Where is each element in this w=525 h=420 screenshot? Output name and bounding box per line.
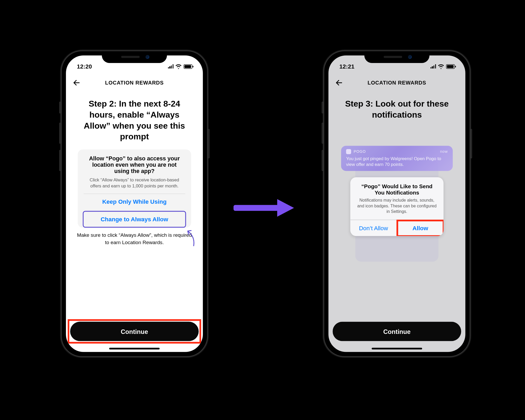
alert-description: Notifications may include alerts, sounds… <box>350 197 443 219</box>
wifi-icon <box>175 64 182 69</box>
svg-rect-6 <box>455 66 456 67</box>
banner-timestamp: now <box>440 150 448 154</box>
page-title: LOCATION REWARDS <box>66 80 203 86</box>
wifi-icon <box>438 64 444 69</box>
mute-switch <box>322 102 323 113</box>
phone-mock-left: 12:20 LOCATION REWARDS Ste <box>61 50 208 357</box>
status-time: 12:20 <box>77 63 92 70</box>
continue-button[interactable]: Continue <box>70 322 199 341</box>
battery-icon <box>446 64 456 69</box>
status-time: 12:21 <box>339 63 354 70</box>
continue-button[interactable]: Continue <box>333 322 461 341</box>
notch <box>364 51 429 63</box>
prompt-title: Allow “Pogo” to also access your locatio… <box>83 155 185 177</box>
step-heading: Step 3: Look out for these notifications <box>338 98 456 120</box>
volume-down-button <box>322 150 323 171</box>
change-always-allow-button[interactable]: Change to Always Allow <box>83 211 186 228</box>
phone-mock-right: 12:21 LOCATION REWARDS Ste <box>323 50 470 357</box>
notification-banner: POGO now You just got pinged by Walgreen… <box>341 146 453 171</box>
callout-arrow-icon <box>184 228 197 248</box>
cellular-signal-icon <box>168 64 174 69</box>
cellular-signal-icon <box>430 64 436 69</box>
keep-while-using-button[interactable]: Keep Only While Using <box>83 194 185 209</box>
nav-header: LOCATION REWARDS <box>328 74 465 92</box>
home-indicator[interactable] <box>372 348 422 349</box>
svg-rect-3 <box>234 205 279 211</box>
svg-rect-1 <box>184 65 191 68</box>
hint-text: Make sure to click “Always Allow”, which… <box>76 232 193 246</box>
dont-allow-button[interactable]: Don’t Allow <box>350 220 397 236</box>
svg-rect-2 <box>193 66 193 67</box>
battery-icon <box>183 64 193 69</box>
volume-down-button <box>59 150 61 171</box>
location-permission-prompt: Allow “Pogo” to also access your locatio… <box>78 150 191 228</box>
volume-up-button <box>59 123 61 144</box>
allow-button[interactable]: Allow <box>397 220 444 236</box>
power-button <box>208 129 209 158</box>
home-indicator[interactable] <box>109 348 160 349</box>
banner-text: You just got pinged by Walgreens! Open P… <box>346 156 448 167</box>
banner-app-name: POGO <box>354 150 438 154</box>
page-title: LOCATION REWARDS <box>328 80 465 86</box>
notch <box>102 51 167 63</box>
volume-up-button <box>322 123 323 144</box>
step-heading: Step 2: In the next 8-24 hours, enable “… <box>75 98 193 142</box>
prompt-description: Click “Allow Always” to receive location… <box>83 177 185 192</box>
notifications-permission-alert: “Pogo” Would Like to Send You Notificati… <box>350 177 443 236</box>
alert-title: “Pogo” Would Like to Send You Notificati… <box>350 177 443 197</box>
svg-rect-5 <box>447 65 454 68</box>
allow-button-label: Allow <box>412 224 428 231</box>
app-icon <box>346 149 351 154</box>
mute-switch <box>59 102 61 113</box>
nav-header: LOCATION REWARDS <box>66 74 203 92</box>
transition-arrow-icon <box>231 197 298 218</box>
power-button <box>470 129 472 158</box>
